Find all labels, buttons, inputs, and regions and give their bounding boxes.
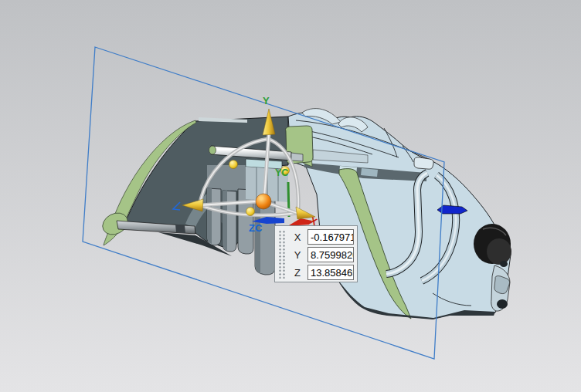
x-coordinate-label: X xyxy=(287,231,307,243)
coordinate-row-z: Z xyxy=(287,265,355,280)
bracket-hole xyxy=(497,299,508,309)
z-coordinate-label: Z xyxy=(287,267,307,279)
zc-axis-label: ZC xyxy=(249,222,263,234)
x-coordinate-input[interactable] xyxy=(307,229,354,245)
y-axis-label: Y xyxy=(263,95,270,106)
fender-panel[interactable] xyxy=(288,109,511,319)
coordinate-input-panel: X Y Z xyxy=(274,225,358,282)
rotate-ball-xz[interactable] xyxy=(246,208,255,216)
y-coordinate-input[interactable] xyxy=(307,247,354,262)
metal-bar-gap xyxy=(175,225,185,233)
viewport-3d[interactable]: Y YC ZC X xyxy=(0,0,581,392)
coordinate-row-y: Y xyxy=(287,247,355,262)
z-coordinate-input[interactable] xyxy=(307,265,354,280)
coordinate-row-x: X xyxy=(287,229,355,245)
origin-ball[interactable] xyxy=(256,194,271,209)
slab-1-shade xyxy=(207,188,212,244)
panel-drag-handle[interactable] xyxy=(277,229,286,279)
y-coordinate-label: Y xyxy=(287,249,307,261)
corner-cylinder xyxy=(414,157,433,169)
yc-axis-label: YC xyxy=(275,167,288,178)
bracket-hole-2 xyxy=(500,261,508,267)
coordinate-rows: X Y Z xyxy=(287,229,355,279)
rotate-ball-xy[interactable] xyxy=(229,161,238,169)
fender-body xyxy=(288,113,511,319)
slab-2-shade xyxy=(223,191,227,251)
